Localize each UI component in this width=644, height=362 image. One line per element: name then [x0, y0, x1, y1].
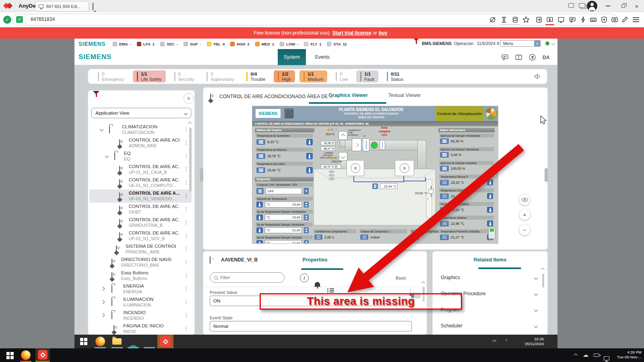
fan-servidores[interactable]: ✕ [395, 160, 414, 176]
item-menu-kebab[interactable]: ⋮ [184, 259, 189, 265]
badge-hgh[interactable]: HGH2 [230, 42, 249, 46]
summary-status[interactable]: 0/11Status [383, 70, 407, 82]
permissions-shield-icon[interactable] [601, 16, 608, 23]
buy-link[interactable]: buy [379, 30, 387, 36]
chevron-right-icon[interactable] [101, 300, 105, 304]
tab-textual-viewer[interactable]: Textual Viewer [372, 93, 437, 98]
collapse-right-handle[interactable] [545, 168, 548, 182]
badge-low[interactable]: LOW- [280, 42, 298, 46]
chat-icon[interactable] [569, 16, 576, 23]
badge-med[interactable]: MED1 [255, 42, 274, 46]
badge-sec[interactable]: SEC- [160, 42, 178, 46]
scroll-up-icon[interactable] [541, 268, 545, 272]
thermometer-button[interactable] [487, 193, 493, 199]
item-menu-kebab[interactable]: ⋮ [184, 313, 189, 318]
session-duration-icon[interactable] [500, 16, 508, 23]
tree-item-up02[interactable]: CONTROL DE AIRE AC...UP-02_N1_SDV_B ⋮ [89, 229, 192, 243]
item-menu-kebab[interactable]: ⋮ [184, 326, 189, 331]
battery-icon[interactable] [594, 354, 599, 357]
keyboard-icon[interactable] [590, 16, 597, 23]
damper-retorno[interactable] [339, 152, 347, 161]
item-menu-kebab[interactable]: ⋮ [184, 180, 189, 185]
view-eye-button[interactable] [519, 194, 530, 205]
layout-panes-icon[interactable] [515, 53, 522, 61]
tray-expand-icon[interactable] [493, 340, 497, 344]
close-button[interactable]: × [630, 1, 643, 11]
view-select[interactable]: Application View [91, 108, 191, 118]
item-menu-kebab[interactable]: ⋮ [184, 140, 189, 145]
summary-life-safety[interactable]: 1/1Life Safety [133, 70, 166, 82]
thermometer-button[interactable] [487, 207, 493, 213]
session-tab[interactable]: 847 651 834 Edi... [35, 1, 89, 11]
tree-item-srindustria[interactable]: CONTROL DE AIRE AC...SRINDUSTRIA_B ⋮ [89, 216, 192, 229]
item-menu-kebab[interactable]: ⋮ [184, 246, 189, 251]
clipboard-icon[interactable] [568, 3, 574, 8]
item-menu-kebab[interactable]: ⋮ [184, 153, 189, 158]
tree-item-pagina-inicio[interactable]: PÁGINA DE INICIOINICIO ⋮ [89, 322, 192, 335]
anydesk-active-app[interactable] [35, 348, 50, 362]
firefox-icon[interactable] [21, 350, 31, 360]
tree-item-iluminacion[interactable]: ILUMINACIONILUMINACION ⋮ [89, 296, 192, 309]
event-state-input[interactable] [213, 324, 408, 329]
network-monitor-icon[interactable] [604, 356, 609, 360]
item-menu-kebab[interactable]: ⋮ [184, 273, 189, 278]
chevron-right-icon[interactable] [101, 313, 105, 317]
related-scrollbar-thumb[interactable] [542, 274, 544, 288]
tree-item-ofibt[interactable]: CONTROL DE AIRE AC...OFIBT ⋮ [89, 203, 192, 216]
thermometer-button[interactable] [487, 179, 493, 185]
summary-medium[interactable]: 1/1Medium [299, 70, 327, 82]
tree-filter-button[interactable] [93, 95, 99, 102]
badge-emg[interactable]: EMG- [113, 42, 131, 46]
related-item-graphics[interactable]: Graphics [441, 273, 537, 282]
tree-item-easy-buttons[interactable]: Easy ButtonsEasy_Buttons ⋮ [89, 269, 192, 282]
start-button[interactable] [6, 352, 14, 359]
sound-icon[interactable] [534, 73, 541, 80]
tab-properties[interactable]: Properties [203, 257, 427, 263]
related-item-scheduler[interactable]: Scheduler [441, 321, 537, 330]
address-field[interactable]: 847651834 [31, 16, 55, 22]
session-ok-icon[interactable]: ✓ [16, 16, 23, 23]
event-state-field[interactable] [210, 321, 412, 331]
monitors-icon[interactable] [579, 3, 585, 8]
onedrive-cloud-icon[interactable]: ☁ [583, 352, 588, 358]
account-avatar[interactable] [587, 1, 597, 11]
info-icon[interactable]: i [300, 274, 309, 282]
favorite-star-icon[interactable] [522, 16, 530, 23]
tree-scrollbar-thumb[interactable] [189, 128, 192, 192]
item-menu-kebab[interactable]: ⋮ [184, 220, 189, 225]
badge-tbl[interactable]: TBL4 [207, 42, 225, 46]
anydesk-active-app[interactable] [157, 335, 173, 348]
item-menu-kebab[interactable]: ⋮ [184, 127, 189, 132]
start-trial-link[interactable]: Start trial license [332, 30, 372, 36]
tree-item-ue01[interactable]: CONTROL DE AIRE AC...UE-01_N1_COMPUTO...… [89, 176, 192, 189]
chevron-down-icon[interactable] [105, 154, 109, 158]
tree-item-incendio[interactable]: INCENDIOINCENDIO ⋮ [89, 309, 192, 322]
tab-graphics-viewer[interactable]: Graphics Viewer [316, 93, 380, 98]
monitor-icon[interactable] [557, 16, 565, 23]
privacy-icon[interactable] [489, 16, 496, 23]
item-menu-kebab[interactable]: ⋮ [184, 167, 189, 172]
tab-events[interactable]: Events [310, 49, 335, 65]
tree-item-eq[interactable]: EQEQ ⋮ [89, 150, 192, 163]
new-connection-icon[interactable] [535, 16, 543, 23]
filter-field[interactable] [210, 272, 285, 283]
fan-vendedores[interactable]: ✕ [347, 160, 364, 176]
collapse-left-handle[interactable] [200, 168, 203, 182]
tree-item-up01[interactable]: CONTROL DE AIRE AC...UP-01_N1_CAJA_B ⋮ [89, 163, 192, 176]
remote-start-button[interactable] [80, 338, 87, 345]
summary-emergency[interactable]: 0Emergency [94, 70, 128, 82]
summary-supervisory[interactable]: 0Supervisory [202, 70, 238, 82]
badge-sta[interactable]: STA11 [327, 42, 347, 46]
list-view-icon[interactable] [327, 288, 334, 293]
summary-security[interactable]: 0Security [170, 70, 198, 82]
tray-expand-icon[interactable] [574, 354, 578, 358]
summary-trouble[interactable]: 0/4Trouble [242, 70, 269, 82]
file-transfer-icon[interactable] [512, 16, 519, 23]
draw-pencil-icon[interactable] [621, 16, 628, 23]
tree-close-button[interactable]: ✕ [184, 93, 194, 104]
local-clock[interactable]: 4:26 PMTue-05-Nov-... [612, 350, 642, 360]
chevron-down-icon[interactable] [100, 128, 104, 132]
maximize-button[interactable] [617, 1, 630, 11]
connection-ok-icon[interactable]: ✓ [3, 16, 11, 24]
tree-item-climatizacion[interactable]: CLIMATIZACIONCLIMATIZACION ⋮ [89, 123, 192, 136]
